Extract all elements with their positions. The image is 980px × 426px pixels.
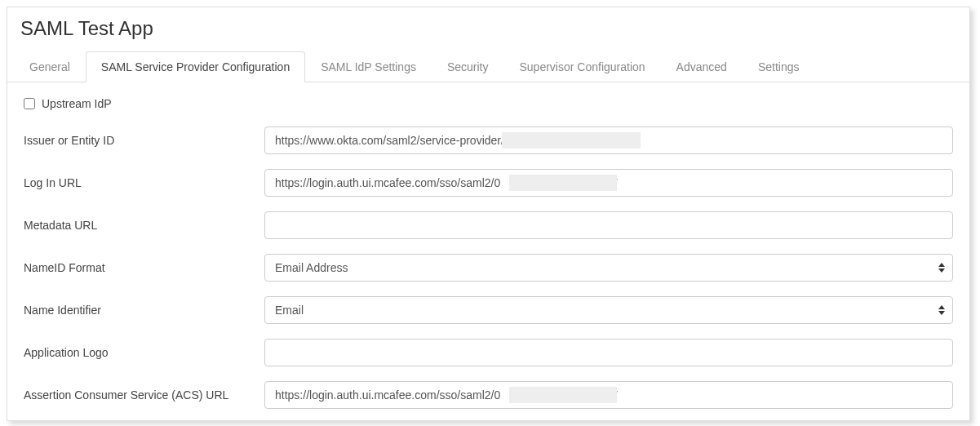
- name-identifier-row: Name Identifier Email: [24, 296, 953, 324]
- acs-url-row: Assertion Consumer Service (ACS) URL: [24, 381, 953, 409]
- nameid-format-row: NameID Format Email Address: [24, 254, 953, 282]
- issuer-label: Issuer or Entity ID: [24, 134, 264, 147]
- tab-saml-sp-config[interactable]: SAML Service Provider Configuration: [86, 51, 305, 82]
- config-panel: SAML Test App General SAML Service Provi…: [7, 7, 970, 421]
- upstream-idp-checkbox[interactable]: [24, 98, 35, 109]
- upstream-idp-row: Upstream IdP: [24, 97, 953, 110]
- issuer-input[interactable]: [264, 126, 953, 154]
- tab-settings[interactable]: Settings: [743, 51, 815, 82]
- page-title: SAML Test App: [7, 7, 969, 48]
- name-identifier-label: Name Identifier: [24, 304, 264, 317]
- upstream-idp-label[interactable]: Upstream IdP: [42, 97, 112, 110]
- nameid-format-label: NameID Format: [24, 261, 264, 274]
- tab-advanced[interactable]: Advanced: [661, 51, 743, 82]
- metadata-url-input[interactable]: [264, 211, 953, 239]
- name-identifier-select[interactable]: Email: [264, 296, 953, 324]
- login-url-input[interactable]: [264, 169, 953, 197]
- tab-saml-idp-settings[interactable]: SAML IdP Settings: [305, 51, 432, 82]
- acs-url-input[interactable]: [264, 381, 953, 409]
- metadata-url-label: Metadata URL: [24, 219, 264, 232]
- tabs: General SAML Service Provider Configurat…: [7, 51, 969, 82]
- login-url-row: Log In URL: [24, 169, 953, 197]
- metadata-url-row: Metadata URL: [24, 211, 953, 239]
- tab-security[interactable]: Security: [432, 51, 504, 82]
- nameid-format-select[interactable]: Email Address: [264, 254, 953, 282]
- login-url-label: Log In URL: [24, 176, 264, 189]
- tab-supervisor-config[interactable]: Supervisor Configuration: [504, 51, 661, 82]
- app-logo-row: Application Logo: [24, 339, 953, 366]
- acs-url-label: Assertion Consumer Service (ACS) URL: [24, 388, 264, 402]
- tab-content: Upstream IdP Issuer or Entity ID Log In …: [7, 82, 969, 420]
- issuer-row: Issuer or Entity ID: [24, 126, 953, 154]
- app-logo-label: Application Logo: [24, 346, 264, 359]
- app-logo-input[interactable]: [264, 339, 953, 366]
- tab-general[interactable]: General: [14, 51, 86, 82]
